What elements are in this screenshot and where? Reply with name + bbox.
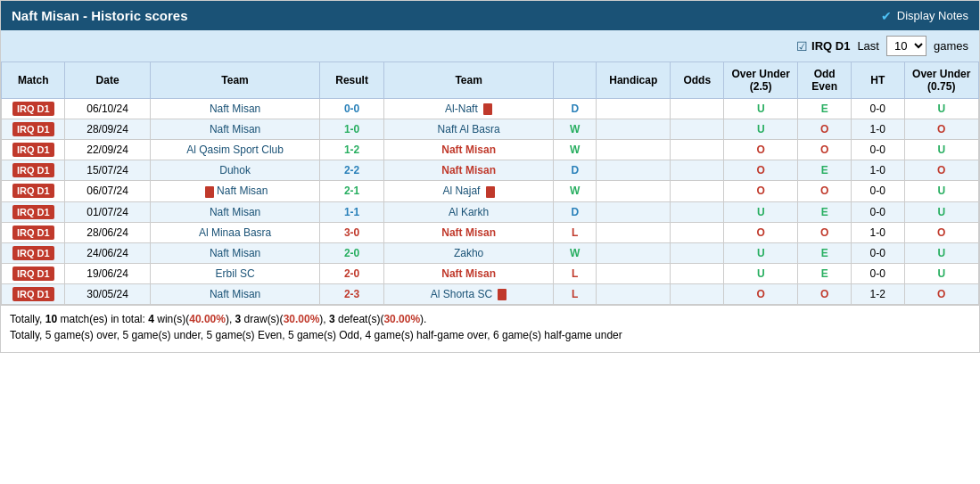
ou075-value: U xyxy=(937,144,945,156)
team2-name: Al Shorta SC xyxy=(431,288,492,300)
cell-team2[interactable]: Naft Misan xyxy=(383,263,554,283)
cell-ou: O xyxy=(724,160,798,181)
table-row: IRQ D130/05/24Naft Misan2-3Al Shorta SC … xyxy=(2,283,979,304)
oe-value: E xyxy=(821,103,828,115)
outcome-label: L xyxy=(572,267,578,280)
cell-ou075: O xyxy=(904,222,978,242)
cell-date: 30/05/24 xyxy=(65,283,150,304)
cell-team2[interactable]: Zakho xyxy=(383,242,554,263)
red-card-icon xyxy=(483,103,492,115)
oe-value: O xyxy=(820,288,828,300)
page-title: Naft Misan - Historic scores xyxy=(12,8,188,23)
table-row: IRQ D128/06/24Al Minaa Basra3-0Naft Misa… xyxy=(2,222,979,242)
outcome-label: W xyxy=(570,185,580,197)
cell-ou: O xyxy=(724,283,798,304)
cell-team1[interactable]: Naft Misan xyxy=(150,201,320,222)
cell-league: IRQ D1 xyxy=(2,181,65,201)
cell-ou075: O xyxy=(904,119,978,140)
cell-ou075: U xyxy=(904,140,978,160)
cell-odds xyxy=(671,99,724,119)
cell-result: 3-0 xyxy=(320,222,383,242)
table-row: IRQ D106/10/24Naft Misan0-0Al-Naft DUE0-… xyxy=(2,99,979,119)
cell-league: IRQ D1 xyxy=(2,222,65,242)
cell-team1[interactable]: Naft Misan xyxy=(150,99,320,119)
cell-team2[interactable]: Naft Misan xyxy=(383,140,554,160)
games-label: games xyxy=(934,39,968,53)
ou-value: O xyxy=(757,144,765,156)
result-score: 0-0 xyxy=(344,103,359,115)
cell-odds xyxy=(671,201,724,222)
cell-team1[interactable]: Duhok xyxy=(150,160,320,181)
cell-ht: 1-2 xyxy=(851,283,904,304)
cell-oe: E xyxy=(798,263,852,283)
cell-result: 2-2 xyxy=(320,160,383,181)
cell-outcome: L xyxy=(554,283,597,304)
cell-team1[interactable]: Naft Misan xyxy=(150,242,320,263)
cell-league: IRQ D1 xyxy=(2,263,65,283)
ou075-value: O xyxy=(937,123,945,135)
result-score: 2-2 xyxy=(344,164,359,176)
display-notes-label: Display Notes xyxy=(897,9,968,22)
cell-team2[interactable]: Naft Al Basra xyxy=(383,119,554,140)
cell-ou075: U xyxy=(904,201,978,222)
cell-handicap xyxy=(597,242,671,263)
ou-value: U xyxy=(757,247,765,259)
ou-value: O xyxy=(757,288,765,300)
cell-team1[interactable]: Al Qasim Sport Club xyxy=(150,140,320,160)
cell-team1[interactable]: Naft Misan xyxy=(150,283,320,304)
result-score: 2-1 xyxy=(344,185,359,197)
cell-ht: 0-0 xyxy=(851,99,904,119)
cell-ht: 0-0 xyxy=(851,242,904,263)
main-container: Naft Misan - Historic scores ✔ Display N… xyxy=(0,0,980,353)
col-match: Match xyxy=(2,62,65,99)
oe-value: O xyxy=(820,226,828,239)
cell-team2[interactable]: Naft Misan xyxy=(383,160,554,181)
team2-name: Naft Misan xyxy=(441,267,496,280)
cell-ou: O xyxy=(724,140,798,160)
outcome-label: L xyxy=(572,288,578,300)
cell-odds xyxy=(671,222,724,242)
cell-team2[interactable]: Al Karkh xyxy=(383,201,554,222)
team1-name: Al Minaa Basra xyxy=(199,226,271,239)
team1-name: Naft Misan xyxy=(217,185,268,197)
cell-handicap xyxy=(597,119,671,140)
display-notes-checkbox-icon[interactable]: ✔ xyxy=(881,9,892,23)
ou-value: U xyxy=(757,267,765,280)
red-card-icon xyxy=(498,289,506,300)
games-select[interactable]: 10 5 15 20 xyxy=(886,36,926,56)
cell-league: IRQ D1 xyxy=(2,242,65,263)
cell-team2[interactable]: Al-Naft xyxy=(383,99,554,119)
cell-ou075: U xyxy=(904,181,978,201)
ou075-value: O xyxy=(937,164,945,176)
cell-ou: U xyxy=(724,242,798,263)
team1-name: Naft Misan xyxy=(210,206,260,218)
league-badge: IRQ D1 xyxy=(12,246,54,260)
cell-team1[interactable]: Naft Misan xyxy=(150,119,320,140)
cell-outcome: W xyxy=(554,242,597,263)
table-row: IRQ D124/06/24Naft Misan2-0ZakhoWUE0-0U xyxy=(2,242,979,263)
oe-value: O xyxy=(820,144,828,156)
cell-date: 15/07/24 xyxy=(65,160,150,181)
team2-name: Al Najaf xyxy=(442,185,480,197)
cell-ou: U xyxy=(724,99,798,119)
league-badge: IRQ D1 xyxy=(12,122,54,136)
cell-league: IRQ D1 xyxy=(2,160,65,181)
ou075-value: O xyxy=(937,226,945,239)
irq-checkbox[interactable]: ☑ IRQ D1 xyxy=(796,39,850,53)
ou-value: O xyxy=(757,185,765,197)
cell-date: 06/07/24 xyxy=(65,181,150,201)
cell-ht: 1-0 xyxy=(851,160,904,181)
ou-value: U xyxy=(757,103,765,115)
cell-outcome: L xyxy=(554,222,597,242)
cell-team2[interactable]: Al Shorta SC xyxy=(383,283,554,304)
cell-team1[interactable]: Naft Misan xyxy=(150,181,320,201)
cell-league: IRQ D1 xyxy=(2,140,65,160)
outcome-label: D xyxy=(571,206,579,218)
cell-team2[interactable]: Naft Misan xyxy=(383,222,554,242)
result-score: 1-2 xyxy=(344,144,359,156)
cell-team2[interactable]: Al Najaf xyxy=(383,181,554,201)
cell-team1[interactable]: Al Minaa Basra xyxy=(150,222,320,242)
col-ou075: Over Under (0.75) xyxy=(904,62,978,99)
cell-ou: U xyxy=(724,201,798,222)
cell-team1[interactable]: Erbil SC xyxy=(150,263,320,283)
